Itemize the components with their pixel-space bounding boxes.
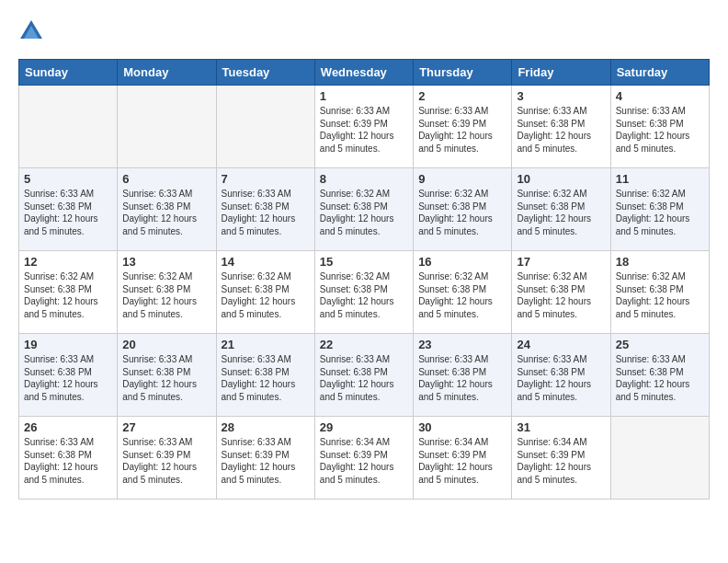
day-number: 17 bbox=[517, 255, 605, 269]
calendar-week-4: 19Sunrise: 6:33 AM Sunset: 6:38 PM Dayli… bbox=[19, 334, 710, 417]
day-header-friday: Friday bbox=[512, 60, 610, 86]
day-header-wednesday: Wednesday bbox=[314, 60, 413, 86]
calendar-week-2: 5Sunrise: 6:33 AM Sunset: 6:38 PM Daylig… bbox=[19, 168, 710, 251]
calendar-cell: 8Sunrise: 6:32 AM Sunset: 6:38 PM Daylig… bbox=[314, 168, 413, 251]
cell-info: Sunrise: 6:32 AM Sunset: 6:38 PM Dayligh… bbox=[24, 270, 112, 320]
cell-info: Sunrise: 6:33 AM Sunset: 6:38 PM Dayligh… bbox=[517, 105, 605, 155]
day-number: 10 bbox=[517, 172, 605, 186]
cell-info: Sunrise: 6:34 AM Sunset: 6:39 PM Dayligh… bbox=[418, 436, 506, 486]
cell-info: Sunrise: 6:33 AM Sunset: 6:38 PM Dayligh… bbox=[24, 436, 112, 486]
calendar-cell bbox=[19, 86, 118, 168]
day-number: 11 bbox=[616, 172, 704, 186]
day-header-monday: Monday bbox=[118, 60, 216, 86]
day-number: 30 bbox=[418, 420, 506, 434]
cell-info: Sunrise: 6:33 AM Sunset: 6:38 PM Dayligh… bbox=[517, 353, 605, 403]
day-header-saturday: Saturday bbox=[610, 60, 709, 86]
calendar-cell: 9Sunrise: 6:32 AM Sunset: 6:38 PM Daylig… bbox=[414, 168, 512, 251]
calendar-cell: 23Sunrise: 6:33 AM Sunset: 6:38 PM Dayli… bbox=[414, 334, 512, 417]
calendar-cell: 17Sunrise: 6:32 AM Sunset: 6:38 PM Dayli… bbox=[512, 251, 610, 334]
day-number: 26 bbox=[24, 420, 112, 434]
cell-info: Sunrise: 6:33 AM Sunset: 6:38 PM Dayligh… bbox=[418, 353, 506, 403]
logo-icon bbox=[18, 18, 44, 44]
day-number: 9 bbox=[418, 172, 506, 186]
calendar-cell: 26Sunrise: 6:33 AM Sunset: 6:38 PM Dayli… bbox=[19, 417, 118, 500]
day-header-thursday: Thursday bbox=[414, 60, 512, 86]
cell-info: Sunrise: 6:32 AM Sunset: 6:38 PM Dayligh… bbox=[616, 188, 704, 237]
cell-info: Sunrise: 6:32 AM Sunset: 6:38 PM Dayligh… bbox=[418, 270, 506, 320]
cell-info: Sunrise: 6:33 AM Sunset: 6:38 PM Dayligh… bbox=[24, 188, 112, 237]
day-number: 25 bbox=[616, 338, 704, 351]
day-number: 21 bbox=[222, 338, 310, 351]
day-number: 19 bbox=[24, 338, 112, 351]
day-header-tuesday: Tuesday bbox=[216, 60, 314, 86]
cell-info: Sunrise: 6:33 AM Sunset: 6:39 PM Dayligh… bbox=[320, 105, 408, 155]
calendar-cell bbox=[216, 86, 314, 168]
day-number: 4 bbox=[616, 89, 704, 103]
calendar-week-5: 26Sunrise: 6:33 AM Sunset: 6:38 PM Dayli… bbox=[19, 417, 710, 500]
calendar-cell: 28Sunrise: 6:33 AM Sunset: 6:39 PM Dayli… bbox=[216, 417, 314, 500]
calendar-cell: 2Sunrise: 6:33 AM Sunset: 6:39 PM Daylig… bbox=[414, 86, 512, 168]
day-number: 28 bbox=[222, 420, 310, 434]
day-number: 14 bbox=[222, 255, 310, 269]
calendar-cell: 4Sunrise: 6:33 AM Sunset: 6:38 PM Daylig… bbox=[610, 86, 709, 168]
cell-info: Sunrise: 6:33 AM Sunset: 6:38 PM Dayligh… bbox=[222, 353, 310, 403]
cell-info: Sunrise: 6:33 AM Sunset: 6:38 PM Dayligh… bbox=[222, 188, 310, 237]
cell-info: Sunrise: 6:33 AM Sunset: 6:39 PM Dayligh… bbox=[222, 436, 310, 486]
day-number: 6 bbox=[122, 172, 210, 186]
cell-info: Sunrise: 6:33 AM Sunset: 6:38 PM Dayligh… bbox=[122, 188, 210, 237]
cell-info: Sunrise: 6:33 AM Sunset: 6:38 PM Dayligh… bbox=[24, 353, 112, 403]
day-header-sunday: Sunday bbox=[19, 60, 118, 86]
day-number: 31 bbox=[517, 420, 605, 434]
calendar-cell: 21Sunrise: 6:33 AM Sunset: 6:38 PM Dayli… bbox=[216, 334, 314, 417]
cell-info: Sunrise: 6:32 AM Sunset: 6:38 PM Dayligh… bbox=[616, 270, 704, 320]
cell-info: Sunrise: 6:33 AM Sunset: 6:38 PM Dayligh… bbox=[320, 353, 408, 403]
day-number: 2 bbox=[418, 89, 506, 103]
calendar-cell: 19Sunrise: 6:33 AM Sunset: 6:38 PM Dayli… bbox=[19, 334, 118, 417]
cell-info: Sunrise: 6:32 AM Sunset: 6:38 PM Dayligh… bbox=[320, 270, 408, 320]
calendar-cell: 10Sunrise: 6:32 AM Sunset: 6:38 PM Dayli… bbox=[512, 168, 610, 251]
calendar-cell: 29Sunrise: 6:34 AM Sunset: 6:39 PM Dayli… bbox=[314, 417, 413, 500]
calendar-cell: 24Sunrise: 6:33 AM Sunset: 6:38 PM Dayli… bbox=[512, 334, 610, 417]
calendar-cell: 16Sunrise: 6:32 AM Sunset: 6:38 PM Dayli… bbox=[414, 251, 512, 334]
day-number: 7 bbox=[222, 172, 310, 186]
calendar-cell: 3Sunrise: 6:33 AM Sunset: 6:38 PM Daylig… bbox=[512, 86, 610, 168]
day-header-row: SundayMondayTuesdayWednesdayThursdayFrid… bbox=[19, 60, 710, 86]
cell-info: Sunrise: 6:33 AM Sunset: 6:38 PM Dayligh… bbox=[616, 105, 704, 155]
cell-info: Sunrise: 6:33 AM Sunset: 6:39 PM Dayligh… bbox=[122, 436, 210, 486]
cell-info: Sunrise: 6:32 AM Sunset: 6:38 PM Dayligh… bbox=[122, 270, 210, 320]
day-number: 1 bbox=[320, 89, 408, 103]
day-number: 16 bbox=[418, 255, 506, 269]
calendar-cell: 11Sunrise: 6:32 AM Sunset: 6:38 PM Dayli… bbox=[610, 168, 709, 251]
calendar-cell bbox=[118, 86, 216, 168]
calendar-cell: 22Sunrise: 6:33 AM Sunset: 6:38 PM Dayli… bbox=[314, 334, 413, 417]
day-number: 5 bbox=[24, 172, 112, 186]
day-number: 8 bbox=[320, 172, 408, 186]
calendar-cell: 31Sunrise: 6:34 AM Sunset: 6:39 PM Dayli… bbox=[512, 417, 610, 500]
day-number: 15 bbox=[320, 255, 408, 269]
day-number: 13 bbox=[122, 255, 210, 269]
cell-info: Sunrise: 6:34 AM Sunset: 6:39 PM Dayligh… bbox=[320, 436, 408, 486]
day-number: 27 bbox=[122, 420, 210, 434]
calendar-cell: 6Sunrise: 6:33 AM Sunset: 6:38 PM Daylig… bbox=[118, 168, 216, 251]
cell-info: Sunrise: 6:32 AM Sunset: 6:38 PM Dayligh… bbox=[517, 270, 605, 320]
calendar-cell: 1Sunrise: 6:33 AM Sunset: 6:39 PM Daylig… bbox=[314, 86, 413, 168]
day-number: 3 bbox=[517, 89, 605, 103]
cell-info: Sunrise: 6:33 AM Sunset: 6:38 PM Dayligh… bbox=[122, 353, 210, 403]
cell-info: Sunrise: 6:32 AM Sunset: 6:38 PM Dayligh… bbox=[517, 188, 605, 237]
day-number: 24 bbox=[517, 338, 605, 351]
calendar-cell: 14Sunrise: 6:32 AM Sunset: 6:38 PM Dayli… bbox=[216, 251, 314, 334]
day-number: 18 bbox=[616, 255, 704, 269]
day-number: 20 bbox=[122, 338, 210, 351]
calendar-cell: 7Sunrise: 6:33 AM Sunset: 6:38 PM Daylig… bbox=[216, 168, 314, 251]
calendar-cell bbox=[610, 417, 709, 500]
day-number: 23 bbox=[418, 338, 506, 351]
cell-info: Sunrise: 6:32 AM Sunset: 6:38 PM Dayligh… bbox=[320, 188, 408, 237]
calendar-week-3: 12Sunrise: 6:32 AM Sunset: 6:38 PM Dayli… bbox=[19, 251, 710, 334]
cell-info: Sunrise: 6:32 AM Sunset: 6:38 PM Dayligh… bbox=[418, 188, 506, 237]
calendar-cell: 30Sunrise: 6:34 AM Sunset: 6:39 PM Dayli… bbox=[414, 417, 512, 500]
day-number: 12 bbox=[24, 255, 112, 269]
day-number: 29 bbox=[320, 420, 408, 434]
calendar-cell: 15Sunrise: 6:32 AM Sunset: 6:38 PM Dayli… bbox=[314, 251, 413, 334]
calendar-cell: 27Sunrise: 6:33 AM Sunset: 6:39 PM Dayli… bbox=[118, 417, 216, 500]
day-number: 22 bbox=[320, 338, 408, 351]
